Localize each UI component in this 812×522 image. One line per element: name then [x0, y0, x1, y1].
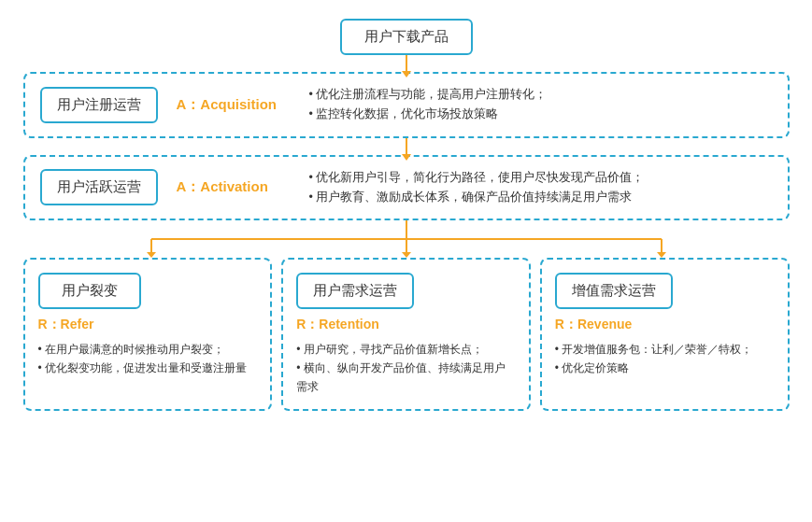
acquisition-bullet-1: 优化注册流程与功能，提高用户注册转化；: [309, 85, 773, 105]
retention-label: R：Retention: [296, 317, 516, 333]
retention-bullet-2: 横向、纵向开发产品价值、持续满足用户需求: [296, 360, 516, 397]
refer-bullet-1: 在用户最满意的时候推动用户裂变；: [38, 341, 258, 360]
bottom-section: 用户裂变 R：Refer 在用户最满意的时候推动用户裂变； 优化裂变功能，促进发…: [23, 258, 790, 411]
refer-bullets: 在用户最满意的时候推动用户裂变； 优化裂变功能，促进发出量和受邀注册量: [38, 341, 258, 396]
revenue-col: 增值需求运营 R：Revenue 开发增值服务包：让利／荣誉／特权； 优化定价策…: [540, 258, 790, 411]
activation-bullet-2: 用户教育、激励成长体系，确保产品价值持续满足用户需求: [309, 188, 773, 207]
activation-label: A：Activation: [177, 178, 298, 196]
retention-node: 用户需求运营: [296, 273, 414, 309]
acquisition-section: 用户注册运营 A：Acquisition 优化注册流程与功能，提高用户注册转化；…: [23, 72, 790, 138]
revenue-node: 增值需求运营: [555, 273, 673, 309]
svg-marker-7: [657, 252, 666, 258]
activation-bullets: 优化新用户引导，简化行为路径，使用户尽快发现产品价值； 用户教育、激励成长体系，…: [309, 168, 773, 208]
arrow-2: [406, 138, 407, 155]
svg-marker-5: [402, 252, 411, 258]
acquisition-label: A：Acquisition: [177, 96, 298, 114]
activation-section: 用户活跃运营 A：Activation 优化新用户引导，简化行为路径，使用户尽快…: [23, 155, 790, 221]
arrow-1: [406, 55, 407, 72]
activation-bullet-1: 优化新用户引导，简化行为路径，使用户尽快发现产品价值；: [309, 168, 773, 188]
acquisition-bullet-2: 监控转化数据，优化市场投放策略: [309, 105, 773, 124]
revenue-bullets: 开发增值服务包：让利／荣誉／特权； 优化定价策略: [555, 341, 775, 396]
revenue-bullet-1: 开发增值服务包：让利／荣誉／特权；: [555, 341, 775, 360]
activation-node: 用户活跃运营: [40, 169, 158, 205]
revenue-bullet-2: 优化定价策略: [555, 360, 775, 378]
diagram: 用户下载产品 用户注册运营 A：Acquisition 优化注册流程与功能，提高…: [19, 19, 793, 411]
refer-label: R：Refer: [38, 317, 258, 333]
acquisition-node: 用户注册运营: [40, 87, 158, 123]
refer-node: 用户裂变: [38, 273, 141, 309]
revenue-label: R：Revenue: [555, 317, 775, 333]
refer-bullet-2: 优化裂变功能，促进发出量和受邀注册量: [38, 360, 258, 378]
top-node: 用户下载产品: [340, 19, 473, 55]
refer-col: 用户裂变 R：Refer 在用户最满意的时候推动用户裂变； 优化裂变功能，促进发…: [23, 258, 273, 411]
retention-bullet-1: 用户研究，寻找产品价值新增长点；: [296, 341, 516, 360]
retention-bullets: 用户研究，寻找产品价值新增长点； 横向、纵向开发产品价值、持续满足用户需求: [296, 341, 516, 396]
acquisition-bullets: 优化注册流程与功能，提高用户注册转化； 监控转化数据，优化市场投放策略: [309, 85, 773, 125]
retention-col: 用户需求运营 R：Retention 用户研究，寻找产品价值新增长点； 横向、纵…: [281, 258, 531, 411]
branch-connector: [23, 220, 790, 258]
svg-marker-3: [147, 252, 156, 258]
